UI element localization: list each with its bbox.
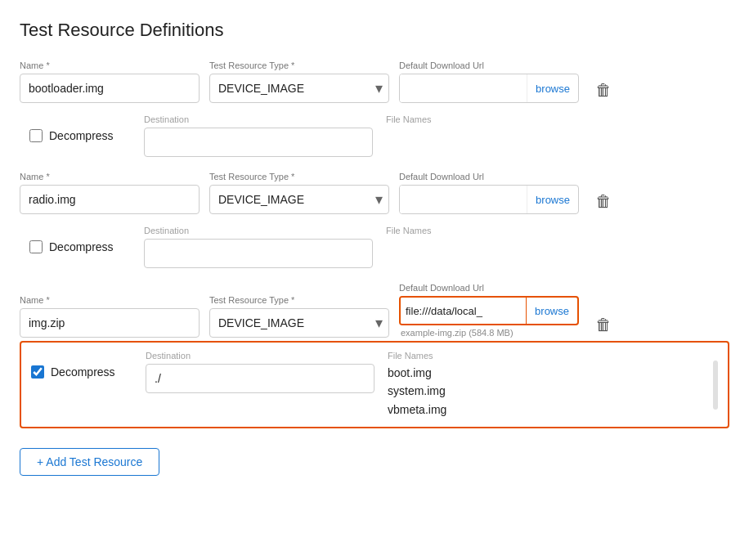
- name-input-3[interactable]: [20, 308, 200, 338]
- resource-block-1: Name *Test Resource Type *DEVICE_IMAGEAP…: [20, 60, 729, 165]
- add-test-resource-button[interactable]: + Add Test Resource: [20, 448, 159, 476]
- page-title: Test Resource Definitions: [20, 20, 729, 41]
- url-field-group-2: Default Download Urlbrowse: [399, 172, 579, 214]
- list-item: system.img: [388, 382, 706, 400]
- name-label-1: Name *: [20, 60, 200, 70]
- delete-button-3[interactable]: 🗑: [592, 312, 615, 338]
- file-names-group-2: File Names: [386, 226, 720, 239]
- decompress-checkbox-3[interactable]: [31, 365, 44, 379]
- browse-button-3[interactable]: browse: [526, 298, 577, 324]
- decompress-left-3: Decompress: [31, 351, 146, 379]
- list-item: vbmeta.img: [388, 401, 706, 419]
- name-label-2: Name *: [20, 172, 200, 181]
- scroll-indicator-3: [713, 361, 718, 410]
- browse-button-2[interactable]: browse: [527, 186, 578, 213]
- file-names-group-1: File Names: [386, 114, 720, 128]
- url-wrapper-2: browse: [399, 185, 579, 214]
- decompress-checkbox-2[interactable]: [29, 240, 43, 253]
- destination-input-1[interactable]: [144, 128, 373, 157]
- url-label-3: Default Download Url: [399, 283, 579, 293]
- name-label-3: Name *: [20, 295, 200, 305]
- list-item: boot.img: [388, 364, 706, 382]
- type-select-2[interactable]: DEVICE_IMAGEAPKCONFIG: [209, 185, 389, 214]
- type-label-2: Test Resource Type *: [209, 172, 389, 181]
- decompress-row-1: DecompressDestinationFile Names: [20, 106, 729, 165]
- url-label-1: Default Download Url: [399, 60, 579, 70]
- browse-button-1[interactable]: browse: [527, 74, 578, 102]
- file-names-label-2: File Names: [386, 226, 720, 235]
- decompress-row-2: DecompressDestinationFile Names: [20, 217, 729, 276]
- type-field-group-2: Test Resource Type *DEVICE_IMAGEAPKCONFI…: [209, 172, 389, 214]
- destination-input-2[interactable]: [144, 239, 373, 268]
- resource-main-row-2: Name *Test Resource Type *DEVICE_IMAGEAP…: [20, 172, 729, 214]
- destination-input-3[interactable]: [146, 364, 374, 393]
- file-names-group-3: File Namesboot.imgsystem.imgvbmeta.img: [388, 351, 706, 419]
- delete-button-2[interactable]: 🗑: [592, 189, 615, 214]
- decompress-row-3: DecompressDestinationFile Namesboot.imgs…: [20, 341, 729, 428]
- resource-main-row-1: Name *Test Resource Type *DEVICE_IMAGEAP…: [20, 60, 729, 103]
- name-field-group-1: Name *: [20, 60, 200, 103]
- file-names-label-3: File Names: [388, 351, 706, 361]
- name-input-1[interactable]: [20, 74, 200, 103]
- resources-container: Name *Test Resource Type *DEVICE_IMAGEAP…: [20, 60, 729, 428]
- url-input-2[interactable]: [400, 186, 527, 213]
- url-wrapper-1: browse: [399, 74, 579, 103]
- type-select-3[interactable]: DEVICE_IMAGEAPKCONFIG: [209, 308, 389, 338]
- resource-main-row-3: Name *Test Resource Type *DEVICE_IMAGEAP…: [20, 283, 729, 338]
- type-field-group-1: Test Resource Type *DEVICE_IMAGEAPKCONFI…: [209, 60, 389, 103]
- destination-group-3: Destination: [146, 351, 374, 393]
- name-input-2[interactable]: [20, 185, 200, 214]
- type-field-group-3: Test Resource Type *DEVICE_IMAGEAPKCONFI…: [209, 295, 389, 338]
- url-input-1[interactable]: [400, 74, 527, 102]
- decompress-label-2: Decompress: [49, 240, 114, 253]
- file-names-list-3: boot.imgsystem.imgvbmeta.img: [388, 364, 706, 419]
- url-field-group-3: Default Download Urlbrowseexample-img.zi…: [399, 283, 579, 338]
- name-field-group-3: Name *: [20, 295, 200, 338]
- decompress-left-1: Decompress: [29, 114, 144, 142]
- destination-label-3: Destination: [146, 351, 374, 361]
- destination-group-1: Destination: [144, 114, 373, 157]
- decompress-label-1: Decompress: [49, 129, 114, 142]
- delete-button-1[interactable]: 🗑: [592, 78, 615, 103]
- file-names-label-1: File Names: [386, 114, 720, 124]
- name-field-group-2: Name *: [20, 172, 200, 214]
- url-wrapper-3: browse: [399, 296, 579, 325]
- decompress-label-3: Decompress: [51, 365, 115, 379]
- decompress-left-2: Decompress: [29, 226, 144, 253]
- url-input-3[interactable]: [401, 298, 526, 324]
- url-field-group-1: Default Download Urlbrowse: [399, 60, 579, 103]
- type-label-3: Test Resource Type *: [209, 295, 389, 305]
- destination-label-1: Destination: [144, 114, 373, 124]
- destination-label-2: Destination: [144, 226, 373, 235]
- decompress-checkbox-1[interactable]: [29, 129, 43, 142]
- resource-block-3: Name *Test Resource Type *DEVICE_IMAGEAP…: [20, 283, 729, 428]
- destination-group-2: Destination: [144, 226, 373, 268]
- resource-block-2: Name *Test Resource Type *DEVICE_IMAGEAP…: [20, 172, 729, 276]
- file-hint-3: example-img.zip (584.8 MB): [399, 328, 579, 338]
- type-label-1: Test Resource Type *: [209, 60, 389, 70]
- type-select-1[interactable]: DEVICE_IMAGEAPKCONFIG: [209, 74, 389, 103]
- url-label-2: Default Download Url: [399, 172, 579, 181]
